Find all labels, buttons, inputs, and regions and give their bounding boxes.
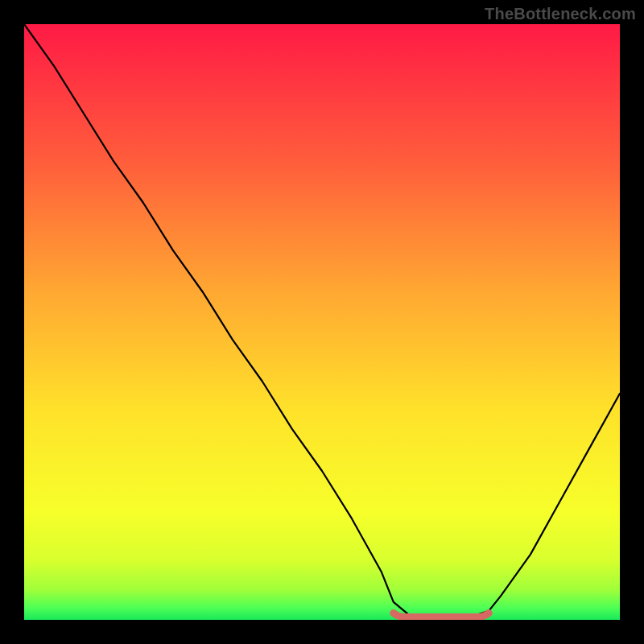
watermark-text: TheBottleneck.com — [485, 5, 636, 23]
plot-area — [24, 24, 620, 620]
chart-svg — [24, 24, 620, 620]
chart-frame — [24, 24, 620, 620]
gradient-background — [24, 24, 620, 620]
highlight-band — [394, 613, 489, 617]
